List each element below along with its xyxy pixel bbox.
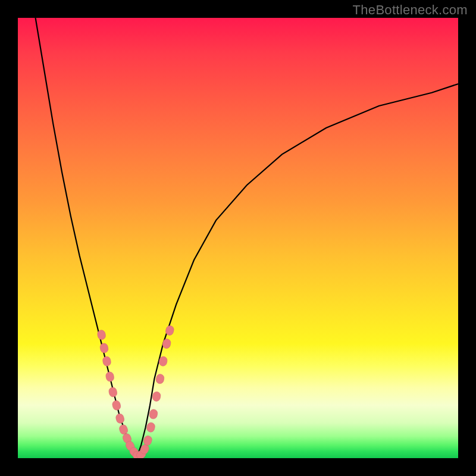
- curve-left-curve: [36, 18, 137, 458]
- bead-marker: [146, 422, 155, 433]
- bead-marker: [152, 391, 161, 402]
- bead-marker: [155, 374, 165, 384]
- outer-frame: TheBottleneck.com: [0, 0, 476, 476]
- bead-marker: [105, 371, 115, 382]
- bead-marker: [99, 343, 109, 353]
- watermark-text: TheBottleneck.com: [353, 2, 468, 18]
- bead-marker: [108, 387, 118, 398]
- bead-marker: [162, 338, 171, 349]
- bead-marker: [149, 409, 158, 419]
- bead-marker: [115, 413, 125, 424]
- plot-area: [18, 18, 458, 458]
- bead-marker: [143, 435, 153, 446]
- bead-marker: [111, 400, 121, 411]
- curve-layer: [18, 18, 458, 458]
- bead-marker: [102, 356, 112, 367]
- curve-right-curve: [137, 84, 458, 458]
